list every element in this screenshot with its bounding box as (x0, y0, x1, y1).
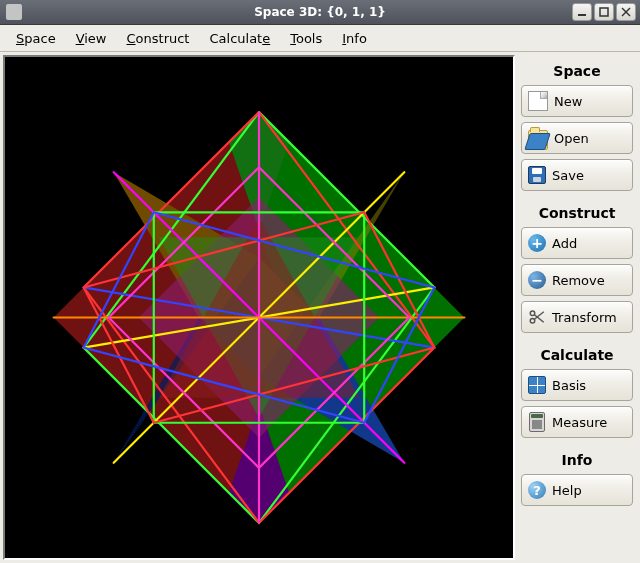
menu-construct[interactable]: Construct (117, 28, 200, 49)
window-title: Space 3D: {0, 1, 1} (254, 5, 386, 19)
measure-button[interactable]: Measure (521, 406, 633, 438)
sidebar-heading: Construct (521, 201, 633, 227)
open-button[interactable]: Open (521, 122, 633, 154)
sidebar-heading: Calculate (521, 343, 633, 369)
menu-tools[interactable]: Tools (280, 28, 332, 49)
close-button[interactable] (616, 3, 636, 21)
app-window: Space 3D: {0, 1, 1} Space View Construct… (0, 0, 640, 563)
button-label: Save (552, 168, 584, 183)
menu-space[interactable]: Space (6, 28, 66, 49)
save-button[interactable]: Save (521, 159, 633, 191)
grid-icon (528, 376, 546, 394)
floppy-save-icon (528, 166, 546, 184)
sidebar: Space New Open Save Construct + (515, 55, 637, 560)
sidebar-section-info: Info ? Help (521, 448, 633, 506)
plus-circle-icon: + (528, 234, 546, 252)
menu-bar: Space View Construct Calculate Tools Inf… (0, 25, 640, 52)
menu-label: onstruct (136, 31, 190, 46)
help-circle-icon: ? (528, 481, 546, 499)
menu-view[interactable]: View (66, 28, 117, 49)
sidebar-heading: Space (521, 59, 633, 85)
menu-label: pace (24, 31, 55, 46)
svg-point-18 (530, 319, 535, 324)
transform-button[interactable]: Transform (521, 301, 633, 333)
menu-calculate[interactable]: Calculate (199, 28, 280, 49)
button-label: Transform (552, 310, 617, 325)
button-label: Help (552, 483, 582, 498)
menu-label: ools (296, 31, 322, 46)
svg-point-17 (530, 311, 535, 316)
help-button[interactable]: ? Help (521, 474, 633, 506)
scissors-icon (528, 308, 546, 326)
calculator-icon (529, 412, 545, 432)
button-label: Open (554, 131, 589, 146)
file-new-icon (528, 91, 548, 111)
svg-rect-1 (600, 8, 608, 16)
sidebar-section-construct: Construct + Add − Remove Transform (521, 201, 633, 333)
basis-button[interactable]: Basis (521, 369, 633, 401)
app-icon (6, 4, 22, 20)
add-button[interactable]: + Add (521, 227, 633, 259)
button-label: Add (552, 236, 577, 251)
button-label: Remove (552, 273, 605, 288)
maximize-button[interactable] (594, 3, 614, 21)
polyhedron-rendering (5, 57, 513, 558)
sidebar-section-calculate: Calculate Basis Measure (521, 343, 633, 438)
sidebar-heading: Info (521, 448, 633, 474)
menu-info[interactable]: Info (332, 28, 377, 49)
new-button[interactable]: New (521, 85, 633, 117)
button-label: New (554, 94, 582, 109)
minus-circle-icon: − (528, 271, 546, 289)
menu-label: nfo (346, 31, 367, 46)
folder-open-icon (528, 130, 548, 150)
sidebar-section-space: Space New Open Save (521, 59, 633, 191)
title-bar: Space 3D: {0, 1, 1} (0, 0, 640, 25)
minimize-button[interactable] (572, 3, 592, 21)
button-label: Basis (552, 378, 586, 393)
button-label: Measure (552, 415, 607, 430)
remove-button[interactable]: − Remove (521, 264, 633, 296)
menu-label-pre: Calculat (209, 31, 262, 46)
menu-label: iew (84, 31, 106, 46)
viewport-3d[interactable] (3, 55, 515, 560)
